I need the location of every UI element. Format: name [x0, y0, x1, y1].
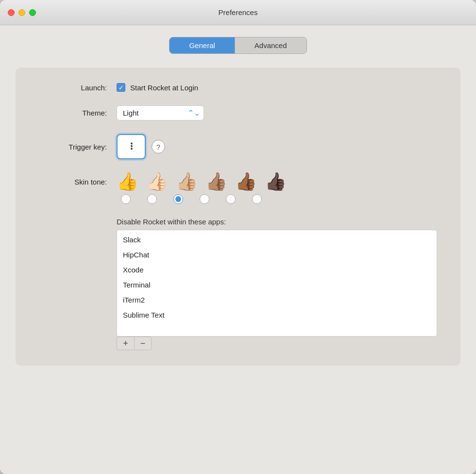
skin-tone-6[interactable]: 👍🏿	[265, 173, 287, 190]
radio-4[interactable]	[195, 194, 214, 204]
skin-tones: 👍 👍🏻 👍🏼 👍🏽 👍🏾 👍🏿	[117, 173, 287, 190]
list-item[interactable]: iTerm2	[117, 292, 437, 307]
radio-button-4[interactable]	[200, 194, 209, 204]
trigger-key-box[interactable]: ⁝	[117, 134, 146, 159]
disabled-apps-label: Disable Rocket within these apps:	[117, 218, 437, 226]
theme-label: Theme:	[39, 109, 107, 117]
radio-2[interactable]	[143, 194, 161, 204]
skin-tone-row: Skin tone: 👍 👍🏻 👍🏼 👍🏽 👍🏾 👍🏿	[39, 173, 437, 190]
theme-select-wrapper: Light Dark System ⌃⌄	[117, 105, 204, 120]
skin-tone-2[interactable]: 👍🏻	[146, 173, 168, 190]
radio-button-3[interactable]	[173, 194, 183, 204]
apps-list-container[interactable]: Slack HipChat Xcode Terminal iTerm2 Subl…	[117, 230, 437, 337]
settings-panel: Launch: ✓ Start Rocket at Login Theme: L…	[16, 68, 460, 366]
trigger-key-label: Trigger key:	[39, 143, 107, 151]
radio-button-6[interactable]	[252, 194, 262, 204]
skin-tone-5[interactable]: 👍🏾	[235, 173, 257, 190]
radio-3[interactable]	[169, 194, 187, 204]
window-title: Preferences	[219, 8, 258, 17]
launch-row: Launch: ✓ Start Rocket at Login	[39, 83, 437, 92]
radio-button-1[interactable]	[121, 194, 131, 204]
skin-tone-3[interactable]: 👍🏼	[176, 173, 198, 190]
trigger-key-value: ⁝	[130, 140, 133, 153]
list-item[interactable]: Xcode	[117, 262, 437, 277]
apps-controls: + −	[117, 337, 437, 350]
radio-6[interactable]	[248, 194, 266, 204]
list-item[interactable]: Terminal	[117, 277, 437, 292]
radio-1[interactable]	[117, 194, 135, 204]
help-icon: ?	[156, 143, 160, 151]
skin-tone-4[interactable]: 👍🏽	[205, 173, 227, 190]
radio-button-5[interactable]	[226, 194, 236, 204]
launch-checkbox[interactable]: ✓	[117, 83, 125, 92]
trigger-key-row: Trigger key: ⁝ ?	[39, 134, 437, 159]
remove-app-button[interactable]: −	[134, 337, 152, 350]
launch-checkbox-wrapper[interactable]: ✓ Start Rocket at Login	[117, 83, 198, 92]
radio-button-2[interactable]	[147, 194, 157, 204]
skin-tone-label: Skin tone:	[39, 178, 107, 186]
content: General Advanced Launch: ✓ Start Rocket …	[0, 25, 476, 474]
traffic-lights	[8, 9, 36, 16]
list-item[interactable]: Sublime Text	[117, 307, 437, 322]
maximize-button[interactable]	[29, 9, 36, 16]
titlebar: Preferences	[0, 0, 476, 25]
disabled-apps-section: Disable Rocket within these apps: Slack …	[117, 218, 437, 350]
skin-tone-1[interactable]: 👍	[117, 173, 138, 190]
theme-row: Theme: Light Dark System ⌃⌄	[39, 105, 437, 120]
tab-general[interactable]: General	[170, 37, 234, 53]
skin-tone-section: Skin tone: 👍 👍🏻 👍🏼 👍🏽 👍🏾 👍🏿	[39, 173, 437, 204]
add-app-button[interactable]: +	[117, 337, 134, 350]
checkmark-icon: ✓	[119, 85, 124, 91]
tab-advanced[interactable]: Advanced	[235, 37, 306, 53]
launch-label: Launch:	[39, 84, 107, 92]
window: Preferences General Advanced Launch: ✓ S…	[0, 0, 476, 474]
list-item[interactable]: Slack	[117, 232, 437, 247]
close-button[interactable]	[8, 9, 15, 16]
minimize-button[interactable]	[18, 9, 25, 16]
apps-list: Slack HipChat Xcode Terminal iTerm2 Subl…	[117, 230, 437, 324]
skin-tone-radios	[117, 194, 437, 204]
tab-group: General Advanced	[169, 37, 306, 54]
radio-5[interactable]	[221, 194, 240, 204]
theme-select[interactable]: Light Dark System	[117, 105, 204, 120]
tab-bar: General Advanced	[16, 37, 460, 54]
list-item[interactable]: HipChat	[117, 247, 437, 262]
launch-checkbox-label: Start Rocket at Login	[130, 84, 198, 92]
help-button[interactable]: ?	[152, 140, 165, 153]
radio-selected-indicator	[175, 196, 181, 202]
